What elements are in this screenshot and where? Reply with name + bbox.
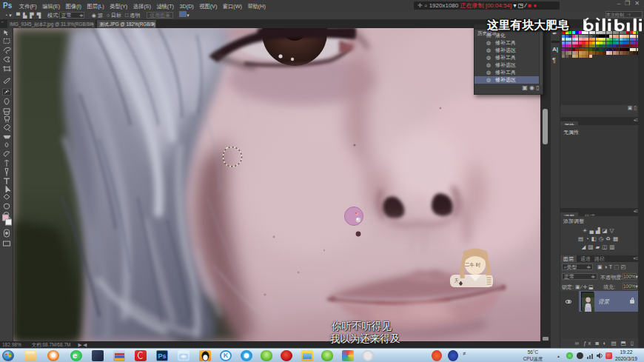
svg-text:二牛 时: 二牛 时 xyxy=(465,262,481,267)
svg-text:天: 天 xyxy=(455,278,459,283)
